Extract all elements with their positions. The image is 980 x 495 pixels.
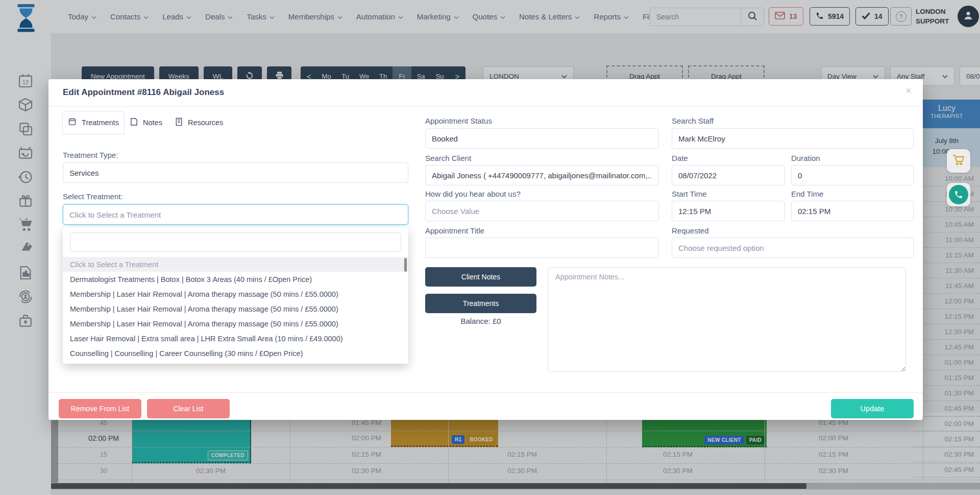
appointment-notes-textarea[interactable] [548,267,906,372]
hear-about-label: How did you hear about us? [425,190,521,198]
hear-about-field[interactable] [425,201,659,221]
app-root: TodayContactsLeadsDealsTasksMembershipsA… [0,0,980,495]
client-field[interactable] [425,165,659,185]
tab-resources[interactable]: Resources [175,111,223,134]
tab-resources-label: Resources [188,119,223,127]
duration-label: Duration [791,154,820,162]
select-treatment-field[interactable] [63,204,408,225]
client-label: Search Client [425,154,471,162]
treatment-dropdown-search-input[interactable] [70,232,401,252]
treatments-button[interactable]: Treatments [425,294,536,313]
modal-title-divider [48,106,923,107]
dropdown-scrollbar[interactable] [404,258,407,272]
building-icon [175,117,183,128]
balance-text: Balance: £0 [425,317,536,325]
client-notes-button[interactable]: Client Notes [425,267,536,287]
staff-label: Search Staff [672,116,714,125]
tab-treatments-label: Treatments [82,119,119,127]
cart-fab-button[interactable] [947,149,970,173]
appointment-title-field[interactable] [425,238,659,258]
treatment-option[interactable]: Laser Hair Removal | Extra small area | … [63,331,408,346]
treatment-options-list: Click to Select a TreatmentDermatologist… [63,257,408,361]
update-button[interactable]: Update [831,399,914,418]
remove-from-list-button[interactable]: Remove From List [59,399,141,418]
treatment-type-field[interactable] [63,162,408,183]
end-time-label: End Time [791,190,823,198]
tab-notes-label: Notes [143,119,162,127]
treatment-type-label: Treatment Type: [63,151,118,159]
treatment-option[interactable]: Membership | Laser Hair Removal | Aroma … [63,301,408,316]
treatment-option[interactable]: Click to Select a Treatment [63,257,408,272]
close-icon[interactable]: × [905,84,912,97]
clipboard-icon [68,117,77,128]
tab-treatments[interactable]: Treatments [62,111,125,134]
staff-field[interactable] [672,128,914,149]
requested-label: Requested [672,226,709,235]
start-time-field[interactable] [672,201,785,221]
tab-notes[interactable]: Notes [130,111,162,134]
start-time-label: Start Time [672,190,706,198]
duration-field[interactable] [791,165,914,185]
phone-fab-button[interactable] [947,183,970,206]
treatment-option[interactable]: Membership | Laser Hair Removal | Aroma … [63,287,408,301]
treatment-dropdown: Click to Select a TreatmentDermatologist… [63,227,408,364]
appointment-title-label: Appointment Title [425,226,484,235]
end-time-field[interactable] [791,201,914,221]
note-page-icon [130,117,138,128]
modal-footer-divider [48,392,923,393]
select-treatment-label: Select Treatment: [63,192,123,201]
date-field[interactable] [672,165,785,185]
edit-appointment-modal: Edit Appointment #8116 Abigail Joness × … [48,79,923,420]
status-field[interactable] [425,128,659,149]
treatment-option[interactable]: Dermatologist Treatments | Botox | Botox… [63,272,408,287]
modal-title: Edit Appointment #8116 Abigail Joness [63,87,224,98]
date-label: Date [672,154,688,162]
treatment-option[interactable]: Counselling | Counselling | Career Couns… [63,346,408,361]
requested-field[interactable] [672,238,914,258]
phone-icon [949,185,968,204]
clear-list-button[interactable]: Clear List [147,399,230,418]
treatment-option[interactable]: Membership | Laser Hair Removal | Aroma … [63,316,408,331]
status-label: Appointment Status [425,116,492,125]
cart-icon [952,154,965,168]
